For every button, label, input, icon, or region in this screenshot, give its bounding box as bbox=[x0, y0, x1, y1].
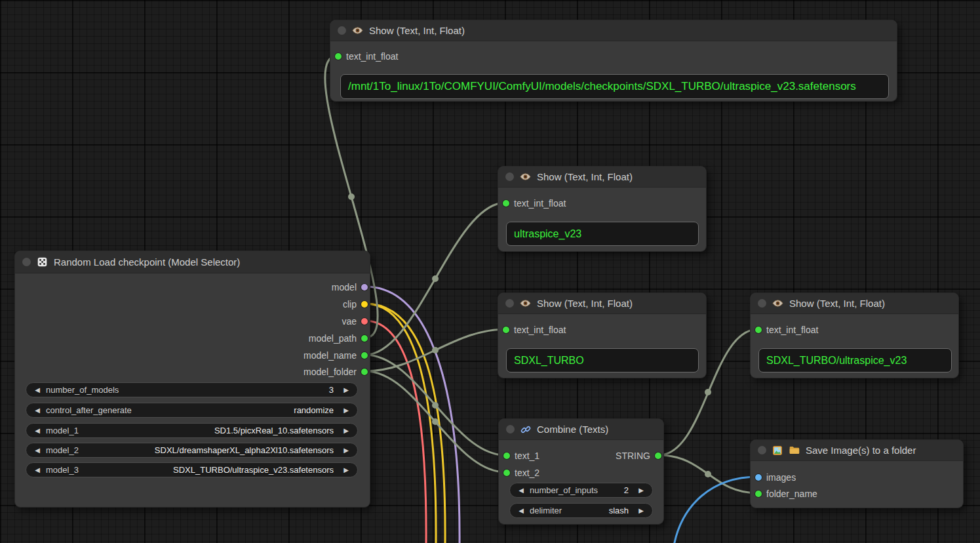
output-socket-model[interactable] bbox=[361, 284, 368, 291]
link-midpoint-dot bbox=[432, 275, 439, 282]
widget-value: 2 bbox=[598, 485, 629, 495]
input-socket[interactable] bbox=[503, 200, 509, 207]
collapse-toggle[interactable] bbox=[506, 425, 515, 433]
input-slot-images: images bbox=[755, 472, 796, 483]
input-socket-text-1[interactable] bbox=[503, 452, 510, 459]
prev-arrow-icon[interactable]: ◀ bbox=[515, 507, 527, 514]
output-socket-string[interactable] bbox=[655, 452, 661, 459]
output-socket-model-name[interactable] bbox=[361, 352, 368, 359]
dice-icon bbox=[37, 256, 48, 268]
widget-delimiter[interactable]: ◀ delimiter slash ▶ bbox=[509, 503, 653, 518]
increment-arrow-icon[interactable]: ▶ bbox=[340, 386, 352, 393]
node-titlebar[interactable]: Show (Text, Int, Float) bbox=[330, 20, 897, 41]
output-slot-model-name: model_name bbox=[304, 350, 368, 361]
node-show-model-path[interactable]: Show (Text, Int, Float) text_int_float /… bbox=[330, 20, 897, 102]
widget-value: SDXL_TURBO/ultraspice_v23.safetensors bbox=[79, 465, 334, 475]
node-random-load-checkpoint[interactable]: Random Load checkpoint (Model Selector) … bbox=[14, 251, 370, 508]
widget-model-2[interactable]: ◀ model_2 SDXL/dreamshaperXL_alpha2Xl10.… bbox=[26, 443, 358, 458]
input-socket-folder-name[interactable] bbox=[755, 491, 762, 497]
input-label: folder_name bbox=[766, 489, 817, 499]
eye-icon bbox=[520, 171, 531, 182]
input-slot-text-int-float: text_int_float bbox=[755, 325, 818, 335]
output-slot-string: STRING bbox=[616, 451, 661, 461]
input-socket[interactable] bbox=[503, 327, 509, 333]
next-arrow-icon[interactable]: ▶ bbox=[340, 447, 352, 454]
input-label: images bbox=[766, 472, 796, 483]
next-arrow-icon[interactable]: ▶ bbox=[340, 427, 352, 434]
output-socket-model-folder[interactable] bbox=[361, 369, 368, 375]
collapse-toggle[interactable] bbox=[758, 446, 766, 454]
node-titlebar[interactable]: Save Image(s) to a folder bbox=[751, 440, 963, 461]
value-display: ultraspice_v23 bbox=[506, 222, 699, 246]
widget-model-1[interactable]: ◀ model_1 SD1.5/picxReal_10.safetensors … bbox=[26, 423, 358, 438]
node-combine-texts[interactable]: Combine (Texts) text_1 text_2 STRING ◀ n… bbox=[498, 418, 664, 525]
input-label: text_int_float bbox=[514, 198, 566, 209]
input-label: text_1 bbox=[515, 451, 539, 461]
link-midpoint-dot bbox=[432, 347, 439, 353]
widget-number-of-inputs[interactable]: ◀ number_of_inputs 2 ▶ bbox=[509, 483, 653, 498]
node-show-combined-path[interactable]: Show (Text, Int, Float) text_int_float S… bbox=[750, 292, 959, 378]
collapse-toggle[interactable] bbox=[338, 26, 346, 35]
output-socket-clip[interactable] bbox=[361, 301, 368, 308]
collapse-toggle[interactable] bbox=[505, 299, 514, 308]
collapse-toggle[interactable] bbox=[758, 299, 766, 308]
widget-number-of-models[interactable]: ◀ number_of_models 3 ▶ bbox=[26, 382, 358, 397]
node-title: Save Image(s) to a folder bbox=[806, 445, 916, 456]
decrement-arrow-icon[interactable]: ◀ bbox=[515, 487, 527, 494]
input-label: text_2 bbox=[515, 468, 539, 478]
collapse-toggle[interactable] bbox=[22, 258, 31, 266]
output-label: model_name bbox=[304, 350, 357, 361]
widget-value: 3 bbox=[119, 385, 334, 395]
input-slot-folder-name: folder_name bbox=[755, 489, 817, 499]
widget-value: randomize bbox=[132, 405, 334, 415]
node-titlebar[interactable]: Combine (Texts) bbox=[499, 419, 663, 440]
node-show-model-folder[interactable]: Show (Text, Int, Float) text_int_float S… bbox=[498, 292, 707, 378]
input-socket[interactable] bbox=[335, 53, 342, 60]
link-midpoint-dot bbox=[432, 402, 439, 409]
input-socket-text-2[interactable] bbox=[503, 470, 510, 476]
next-arrow-icon[interactable]: ▶ bbox=[635, 507, 647, 514]
widget-label: model_2 bbox=[46, 445, 79, 455]
node-save-images-to-folder[interactable]: Save Image(s) to a folder images folder_… bbox=[750, 439, 964, 508]
eye-icon bbox=[772, 298, 783, 309]
increment-arrow-icon[interactable]: ▶ bbox=[635, 487, 647, 494]
prev-arrow-icon[interactable]: ◀ bbox=[31, 447, 43, 454]
output-socket-vae[interactable] bbox=[361, 318, 368, 325]
output-label: model bbox=[332, 282, 357, 292]
widget-value: SD1.5/picxReal_10.safetensors bbox=[79, 426, 334, 435]
node-title: Show (Text, Int, Float) bbox=[537, 298, 633, 309]
widget-value: SDXL/dreamshaperXL_alpha2Xl10.safetensor… bbox=[79, 445, 334, 455]
decrement-arrow-icon[interactable]: ◀ bbox=[31, 386, 43, 393]
output-label: clip bbox=[343, 299, 357, 310]
output-slot-model: model bbox=[332, 282, 368, 292]
output-slot-model-path: model_path bbox=[309, 333, 368, 344]
input-label: text_int_float bbox=[346, 51, 398, 62]
input-socket-images[interactable] bbox=[755, 474, 762, 481]
next-arrow-icon[interactable]: ▶ bbox=[340, 407, 352, 414]
widget-label: number_of_models bbox=[46, 385, 119, 395]
node-show-model-name[interactable]: Show (Text, Int, Float) text_int_float u… bbox=[498, 166, 707, 252]
node-titlebar[interactable]: Show (Text, Int, Float) bbox=[498, 167, 706, 188]
node-titlebar[interactable]: Show (Text, Int, Float) bbox=[751, 293, 958, 314]
prev-arrow-icon[interactable]: ◀ bbox=[31, 407, 43, 414]
input-slot-text-int-float: text_int_float bbox=[503, 325, 566, 335]
widget-control-after-generate[interactable]: ◀ control_after_generate randomize ▶ bbox=[26, 403, 358, 418]
node-titlebar[interactable]: Show (Text, Int, Float) bbox=[498, 293, 706, 314]
next-arrow-icon[interactable]: ▶ bbox=[340, 466, 352, 473]
node-title: Combine (Texts) bbox=[537, 424, 608, 435]
input-socket[interactable] bbox=[755, 327, 762, 333]
node-graph-canvas[interactable]: Show (Text, Int, Float) text_int_float /… bbox=[0, 0, 980, 543]
prev-arrow-icon[interactable]: ◀ bbox=[31, 427, 43, 434]
widget-label: delimiter bbox=[530, 506, 562, 515]
image-icon bbox=[772, 445, 783, 456]
widget-model-3[interactable]: ◀ model_3 SDXL_TURBO/ultraspice_v23.safe… bbox=[26, 462, 358, 477]
output-slot-vae: vae bbox=[342, 316, 368, 327]
link-image-to-save bbox=[674, 477, 758, 543]
output-socket-model-path[interactable] bbox=[361, 335, 368, 342]
node-titlebar[interactable]: Random Load checkpoint (Model Selector) bbox=[15, 251, 370, 273]
link-midpoint-dot bbox=[348, 193, 355, 200]
collapse-toggle[interactable] bbox=[505, 172, 514, 181]
widget-label: model_3 bbox=[46, 465, 79, 475]
prev-arrow-icon[interactable]: ◀ bbox=[31, 466, 43, 473]
input-label: text_int_float bbox=[766, 325, 818, 335]
